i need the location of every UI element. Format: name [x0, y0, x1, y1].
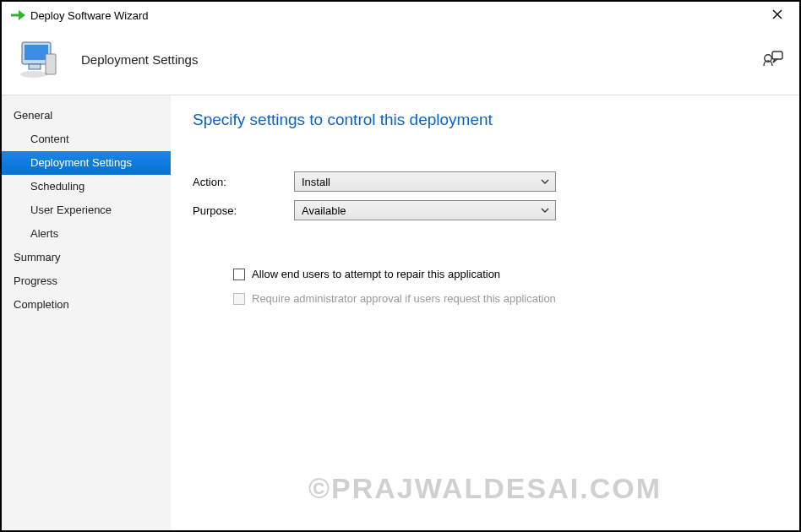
sidebar-item-content[interactable]: Content — [2, 128, 171, 151]
close-icon — [771, 8, 783, 20]
sidebar-item-completion[interactable]: Completion — [2, 293, 171, 317]
sidebar-item-progress[interactable]: Progress — [2, 269, 171, 293]
titlebar: Deploy Software Wizard — [2, 2, 799, 29]
feedback-icon[interactable] — [762, 49, 784, 70]
sidebar-item-label: Alerts — [30, 227, 58, 240]
content-pane: Specify settings to control this deploym… — [171, 95, 799, 530]
action-dropdown[interactable]: Install — [294, 171, 556, 192]
require-approval-label: Require administrator approval if users … — [252, 292, 556, 305]
sidebar: General Content Deployment Settings Sche… — [2, 95, 171, 530]
close-button[interactable] — [760, 8, 794, 23]
sidebar-item-label: General — [14, 109, 52, 122]
wizard-body: General Content Deployment Settings Sche… — [2, 95, 799, 530]
sidebar-item-label: Scheduling — [30, 180, 84, 193]
arrow-right-icon — [10, 8, 27, 22]
svg-rect-6 — [772, 52, 782, 59]
sidebar-item-summary[interactable]: Summary — [2, 246, 171, 269]
sidebar-item-label: Completion — [14, 298, 69, 311]
purpose-value: Available — [302, 204, 346, 217]
chevron-down-icon — [540, 176, 550, 190]
sidebar-item-scheduling[interactable]: Scheduling — [2, 175, 171, 198]
watermark-text: ©PRAJWALDESAI.COM — [171, 472, 799, 505]
wizard-window: Deploy Software Wizard Deployment Settin… — [0, 0, 801, 532]
purpose-label: Purpose: — [193, 204, 294, 217]
allow-repair-checkbox[interactable] — [233, 269, 245, 280]
svg-rect-2 — [46, 54, 56, 74]
sidebar-item-general[interactable]: General — [2, 104, 171, 128]
svg-rect-4 — [29, 64, 41, 69]
chevron-down-icon — [540, 204, 550, 219]
computer-icon — [17, 39, 64, 79]
window-title: Deploy Software Wizard — [27, 9, 760, 22]
sidebar-item-deployment-settings[interactable]: Deployment Settings — [2, 151, 171, 175]
sidebar-item-label: Deployment Settings — [30, 156, 132, 169]
require-approval-row: Require administrator approval if users … — [233, 292, 777, 305]
sidebar-item-alerts[interactable]: Alerts — [2, 222, 171, 246]
allow-repair-row: Allow end users to attempt to repair thi… — [233, 268, 777, 280]
svg-point-3 — [20, 71, 47, 78]
purpose-row: Purpose: Available — [193, 200, 777, 220]
sidebar-item-label: User Experience — [30, 204, 112, 216]
action-label: Action: — [193, 176, 294, 188]
header-title: Deployment Settings — [81, 52, 198, 67]
svg-rect-1 — [25, 45, 48, 60]
sidebar-item-label: Progress — [14, 274, 57, 287]
page-heading: Specify settings to control this deploym… — [193, 111, 777, 129]
allow-repair-label: Allow end users to attempt to repair thi… — [252, 268, 500, 280]
sidebar-item-label: Summary — [14, 251, 61, 263]
require-approval-checkbox — [233, 293, 245, 305]
sidebar-item-label: Content — [30, 133, 69, 145]
header: Deployment Settings — [2, 29, 799, 95]
action-row: Action: Install — [193, 171, 777, 192]
sidebar-item-user-experience[interactable]: User Experience — [2, 198, 171, 222]
purpose-dropdown[interactable]: Available — [294, 200, 556, 220]
action-value: Install — [302, 176, 330, 188]
